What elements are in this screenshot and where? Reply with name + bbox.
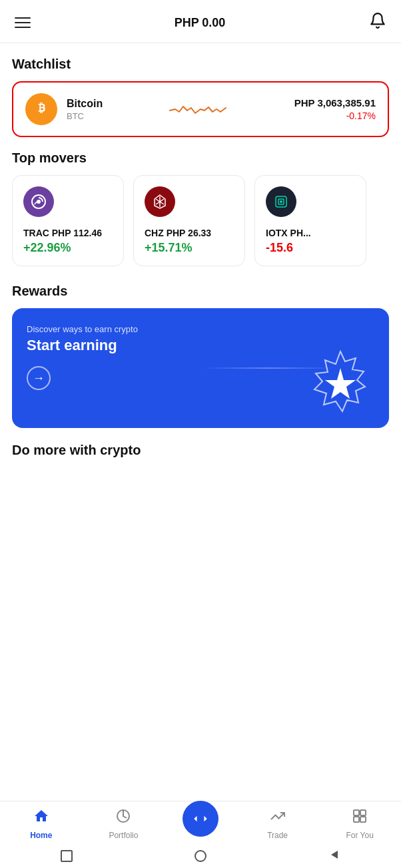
- bitcoin-name: Bitcoin: [67, 98, 103, 110]
- chz-price: PHP 26.33: [167, 228, 211, 238]
- bitcoin-price: PHP 3,063,385.91: [294, 97, 376, 108]
- top-movers-section-title: Top movers: [12, 150, 389, 166]
- mover-card-chz[interactable]: CHZ PHP 26.33 +15.71%: [133, 175, 245, 266]
- trac-change: +22.96%: [23, 241, 113, 255]
- iotx-name-price: IOTX PH...: [266, 228, 355, 238]
- portfolio-icon: [115, 808, 131, 828]
- trac-symbol: TRAC: [23, 228, 49, 238]
- watchlist-bitcoin-item[interactable]: Bitcoin BTC PHP 3,063,385.91 -0.17%: [12, 81, 389, 137]
- rewards-section-title: Rewards: [12, 284, 389, 299]
- nav-home[interactable]: Home: [18, 808, 65, 840]
- android-system-bar: [0, 844, 401, 868]
- mover-card-iotx[interactable]: IOTX PH... -15.6: [254, 175, 366, 266]
- svg-rect-15: [360, 817, 366, 822]
- bitcoin-price-info: PHP 3,063,385.91 -0.17%: [294, 97, 376, 121]
- bitcoin-symbol: BTC: [67, 111, 103, 121]
- menu-button[interactable]: [15, 17, 31, 28]
- chz-change: +15.71%: [145, 241, 234, 255]
- bottom-navigation: Home Portfolio Trade: [0, 801, 401, 844]
- trac-name-price: TRAC PHP 112.46: [23, 228, 113, 238]
- iotx-icon: [266, 186, 296, 217]
- trac-icon: [23, 186, 54, 217]
- bitcoin-info: Bitcoin BTC: [67, 98, 103, 121]
- menu-line-2: [15, 22, 31, 23]
- home-label: Home: [30, 831, 52, 840]
- chz-icon: [145, 186, 175, 217]
- trade-label: Trade: [267, 831, 288, 840]
- bitcoin-icon: [25, 93, 57, 125]
- nav-for-you[interactable]: For You: [336, 808, 383, 840]
- svg-rect-12: [354, 810, 359, 815]
- svg-rect-13: [360, 810, 366, 815]
- iotx-price: PH...: [290, 228, 311, 238]
- portfolio-label: Portfolio: [109, 831, 138, 840]
- for-you-icon: [352, 808, 368, 828]
- balance-display: PHP 0.00: [175, 16, 226, 30]
- trac-price: PHP 112.46: [52, 228, 102, 238]
- chz-symbol: CHZ: [145, 228, 164, 238]
- nav-portfolio[interactable]: Portfolio: [100, 808, 147, 840]
- menu-line-1: [15, 17, 31, 19]
- home-icon: [33, 808, 49, 828]
- android-back-square[interactable]: [61, 850, 73, 862]
- trade-icon: [270, 808, 286, 828]
- for-you-label: For You: [346, 831, 373, 840]
- rewards-arrow-button[interactable]: →: [27, 366, 51, 390]
- rewards-star-badge: [304, 348, 377, 421]
- main-content: Watchlist Bitcoin BTC PHP 3,063,385.91 -…: [0, 57, 401, 534]
- svg-rect-14: [354, 817, 359, 822]
- do-more-section-title: Do more with crypto: [12, 443, 389, 458]
- mover-card-trac[interactable]: TRAC PHP 112.46 +22.96%: [12, 175, 124, 266]
- nav-trade[interactable]: Trade: [254, 808, 301, 840]
- svg-marker-16: [331, 851, 338, 859]
- iotx-change: -15.6: [266, 241, 355, 255]
- bitcoin-change: -0.17%: [294, 110, 376, 121]
- watchlist-section-title: Watchlist: [12, 57, 389, 72]
- notification-bell[interactable]: [369, 12, 386, 33]
- menu-line-3: [15, 27, 31, 28]
- top-movers-list: TRAC PHP 112.46 +22.96% CHZ PHP 26.33 +1…: [12, 175, 389, 270]
- app-header: PHP 0.00: [0, 0, 401, 43]
- bitcoin-chart: [112, 97, 284, 121]
- rewards-card[interactable]: Discover ways to earn crypto Start earni…: [12, 308, 389, 428]
- svg-point-8: [280, 200, 282, 203]
- rewards-subtitle: Discover ways to earn crypto: [27, 324, 374, 334]
- android-back-triangle[interactable]: [328, 849, 340, 863]
- chz-name-price: CHZ PHP 26.33: [145, 228, 234, 238]
- svg-marker-10: [325, 368, 356, 399]
- android-home-circle[interactable]: [195, 850, 206, 862]
- iotx-symbol: IOTX: [266, 228, 288, 238]
- trade-action-button[interactable]: [183, 801, 218, 837]
